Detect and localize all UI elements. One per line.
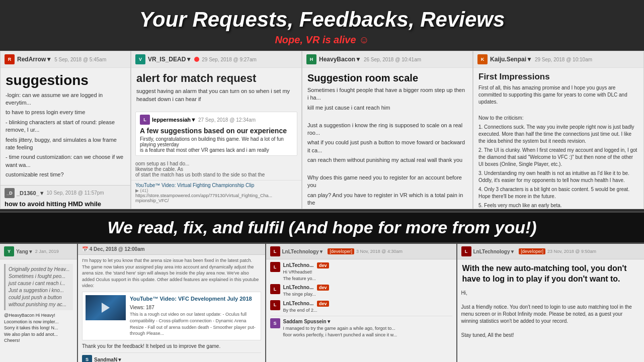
avatar: Y [4,246,14,256]
subtitle: Nope, VR is alive ☺ [0,34,644,51]
username: VR_IS_DEAD▼ [148,56,192,63]
bottom-card-header: 📅 4 Dec, 2018 @ 12:00am [78,244,265,255]
video-embed[interactable]: YouTube™ Video: VFC Development July 201… [82,292,261,340]
play-icon [102,303,110,313]
bottom-card-lnl: L LnLTechnology▼ [developer] 3 Nov, 2018… [266,244,457,362]
avatar: L [270,262,280,272]
timestamp: 5 Sep, 2018 @ 5:45am [54,57,106,62]
top-section: Your Requests, Feedbacks, Reviews Nope, … [0,0,644,211]
username: RedArrow▼ [17,56,52,63]
bottom-card-body: Hi, Just a friendly notice. You don't ne… [457,287,645,341]
avatar: S [270,318,280,328]
bottom-card-header: Y Yang▼ 2 Jan, 2019 [0,244,77,259]
dev-badge: dev [317,285,329,291]
divider-text: We read, fix, and fulfil (And hope for m… [107,218,536,237]
card-body: Sometimes i fought people that have a bi… [302,86,472,209]
dev-badge: dev [317,301,329,307]
avatar: R [5,54,15,64]
dev-badge: dev [317,262,329,268]
avatar: L [270,284,280,294]
card-bottom-posts: _D _D1360_▼ 10 Sep, 2018 @ 11:57pm how t… [1,185,130,210]
card-header: R RedArrow▼ 5 Sep, 2018 @ 5:45am [1,51,130,68]
video-thumbnail [86,295,126,320]
bottom-card-header: L LnLTechnology▼ [developer] 3 Nov, 2018… [266,244,456,259]
avatar: L [461,246,471,256]
card-room-scale: H HeavyBacon▼ 26 Sep, 2018 @ 10:41am Sug… [302,51,473,209]
avatar: _D [5,188,15,198]
bottom-card-yang: Y Yang▼ 2 Jan, 2019 Originally posted by… [0,244,78,362]
avatar: K [477,54,488,64]
bottom-card-header: L LnLTechnology▼ [developer] 23 Nov, 201… [457,244,645,259]
card-title: First Impressions [473,68,643,84]
card-alert: V VR_IS_DEAD▼ 29 Sep, 2018 @ 9:27am aler… [131,51,302,209]
bottom-card-auto-matching: L LnLTechnology▼ [developer] 23 Nov, 201… [457,244,645,362]
timestamp: 29 Sep, 2018 @ 9:27am [202,57,257,62]
bottom-card-video: 📅 4 Dec, 2018 @ 12:00am I'm happy to let… [78,244,266,362]
avatar: L [270,246,280,256]
card-title: Suggestion room scale [302,68,472,86]
card-header: H HeavyBacon▼ 26 Sep, 2018 @ 10:41am [302,51,472,68]
avatar: H [306,54,316,64]
card-first-impressions: K Kaiju.Senpai▼ 29 Sep, 2018 @ 10:10am F… [473,51,644,209]
username: Kaiju.Senpai▼ [490,56,532,63]
card-body: First of all, this has amazing promise a… [473,84,643,209]
avatar: L [270,300,280,310]
bottom-card-body: I'm happy to let you know that the arena… [78,255,265,362]
avatar: L [140,115,150,125]
timestamp: 29 Sep, 2018 @ 10:10am [535,57,592,62]
card-header: K Kaiju.Senpai▼ 29 Sep, 2018 @ 10:10am [473,51,643,68]
quote-box: Originally posted by Heav... Sometimes i… [4,264,73,310]
bottom-card-body: Originally posted by Heav... Sometimes i… [0,259,77,346]
main-title: Your Requests, Feedbacks, Reviews [0,0,644,34]
avatar: S [82,355,92,362]
username: HeavyBacon▼ [319,56,361,63]
card-title: suggestions [1,68,130,92]
bottom-section: Y Yang▼ 2 Jan, 2019 Originally posted by… [0,244,644,362]
card-suggestions: R RedArrow▼ 5 Sep, 2018 @ 5:45am suggest… [0,51,131,209]
sub-card: L leppermessiah▼ 27 Sep, 2018 @ 12:34am … [135,112,297,156]
video-title: YouTube™ Video: VFC Development July 201… [130,295,258,303]
divider-banner: We read, fix, and fulfil (And hope for m… [0,211,644,244]
dev-badge: [developer] [328,248,354,254]
bottom-card-body: L LnLTechno... dev Hi VRheadset! The fea… [266,259,456,341]
card-header: V VR_IS_DEAD▼ 29 Sep, 2018 @ 9:27am [131,51,301,68]
bc4-title: With the new auto-matching tool, you don… [457,259,645,287]
cards-grid: R RedArrow▼ 5 Sep, 2018 @ 5:45am suggest… [0,51,644,209]
card-body: -login: can we assume we are logged in e… [1,92,130,185]
card-body: suggest having an alarm that you can tur… [131,87,301,109]
dev-badge: [developer] [519,248,545,254]
video-views: Views: 187 [130,304,258,311]
avatar: V [135,54,145,64]
timestamp: 26 Sep, 2018 @ 10:41am [364,57,421,62]
sub-card-title: A few suggestions based on our experienc… [140,127,293,135]
video-info: YouTube™ Video: VFC Development July 201… [130,295,258,337]
card-title: alert for match request [131,68,301,87]
